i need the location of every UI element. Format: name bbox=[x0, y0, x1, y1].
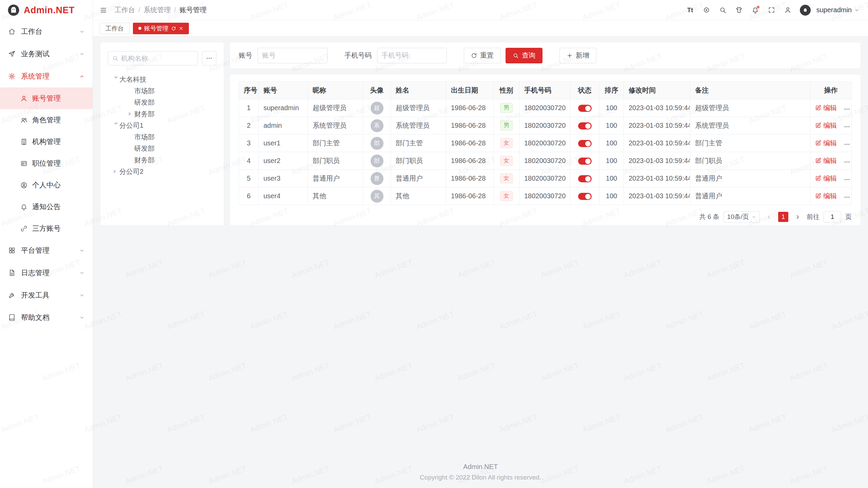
edit-button[interactable]: 编辑 bbox=[815, 174, 837, 183]
edit-button[interactable]: 编辑 bbox=[815, 103, 837, 113]
sidebar-item-label: 开发工具 bbox=[21, 290, 74, 300]
tree-node[interactable]: 财务部 bbox=[108, 108, 216, 120]
cell-gender: 女 bbox=[494, 170, 519, 187]
theme-button[interactable] bbox=[732, 3, 746, 17]
cell-order: 100 bbox=[599, 152, 624, 170]
edit-button[interactable]: 编辑 bbox=[815, 121, 837, 130]
account-table-card: 序号 账号 昵称 头像 姓名 出生日期 性别 手机号码 状态 排序 修改时间 bbox=[230, 74, 861, 226]
cell-account: admin bbox=[259, 117, 308, 135]
tree-node[interactable]: 研发部 bbox=[108, 143, 216, 154]
phone-filter-box bbox=[377, 48, 447, 63]
org-search-input[interactable] bbox=[121, 55, 194, 62]
row-more-button[interactable] bbox=[844, 123, 850, 130]
sidebar-subitem-account-management[interactable]: 账号管理 bbox=[0, 87, 93, 109]
page-number-button[interactable]: 1 bbox=[778, 212, 788, 222]
goto-page-input[interactable] bbox=[824, 211, 841, 223]
logo[interactable]: Admin.NET bbox=[0, 0, 93, 20]
status-toggle[interactable] bbox=[578, 193, 592, 200]
sidebar-subitem-role-management[interactable]: 角色管理 bbox=[0, 109, 93, 131]
sidebar-subitem-personal-center[interactable]: 个人中心 bbox=[0, 174, 93, 196]
cell-phone: 18020030720 bbox=[519, 170, 570, 187]
tree-node[interactable]: 大名科技 bbox=[108, 74, 216, 85]
sidebar-subitem-label: 角色管理 bbox=[32, 115, 84, 125]
goto-unit-label: 页 bbox=[845, 212, 852, 221]
tree-node[interactable]: 分公司1 bbox=[108, 120, 216, 131]
cell-order: 100 bbox=[599, 135, 624, 152]
page-size-select[interactable]: 10条/页 bbox=[724, 211, 760, 223]
edit-button[interactable]: 编辑 bbox=[815, 156, 837, 165]
tree-node[interactable]: 财务部 bbox=[108, 154, 216, 166]
edit-pen-icon bbox=[815, 105, 821, 111]
user-menu[interactable]: superadmin bbox=[816, 6, 859, 14]
status-toggle[interactable] bbox=[578, 158, 592, 165]
phone-filter-input[interactable] bbox=[381, 52, 442, 59]
sidebar-item-log-management[interactable]: 日志管理 bbox=[0, 262, 93, 284]
row-more-button[interactable] bbox=[844, 159, 850, 165]
account-filter-input[interactable] bbox=[262, 52, 323, 59]
row-more-button[interactable] bbox=[844, 141, 850, 148]
hamburger-menu-icon[interactable] bbox=[100, 6, 107, 14]
search-icon bbox=[112, 55, 118, 61]
row-more-button[interactable] bbox=[844, 176, 850, 183]
close-icon[interactable] bbox=[179, 26, 183, 31]
home-icon bbox=[8, 28, 16, 35]
cell-modified-time: 2023-01-03 10:59:44 bbox=[624, 187, 690, 205]
cell-avatar: 其 bbox=[363, 187, 391, 205]
col-nickname: 昵称 bbox=[308, 82, 363, 99]
add-button[interactable]: 新增 bbox=[559, 48, 596, 63]
tab-workbench[interactable]: 工作台 bbox=[100, 23, 130, 34]
sidebar-subitem-notice[interactable]: 通知公告 bbox=[0, 196, 93, 218]
breadcrumb-item[interactable]: 工作台 bbox=[115, 5, 140, 15]
sidebar-item-platform-management[interactable]: 平台管理 bbox=[0, 239, 93, 262]
cell-avatar: 部 bbox=[363, 152, 391, 170]
cell-name: 其他 bbox=[391, 187, 446, 205]
query-button[interactable]: 查询 bbox=[506, 48, 542, 63]
tree-node[interactable]: 分公司2 bbox=[108, 166, 216, 177]
sidebar-item-dev-tools[interactable]: 开发工具 bbox=[0, 284, 93, 306]
font-size-button[interactable]: Tt bbox=[683, 3, 697, 17]
breadcrumb-item[interactable]: 系统管理 bbox=[144, 5, 176, 15]
fullscreen-button[interactable] bbox=[765, 3, 778, 17]
refresh-icon[interactable] bbox=[171, 26, 176, 31]
avatar[interactable] bbox=[800, 5, 811, 16]
search-button[interactable] bbox=[716, 3, 729, 17]
edit-button[interactable]: 编辑 bbox=[815, 191, 837, 201]
org-more-button[interactable] bbox=[202, 51, 216, 65]
cell-order: 100 bbox=[599, 187, 624, 205]
reset-button[interactable]: 重置 bbox=[464, 48, 501, 63]
profile-button[interactable] bbox=[781, 3, 794, 17]
users-icon bbox=[20, 117, 27, 124]
status-toggle[interactable] bbox=[578, 140, 592, 147]
edit-button[interactable]: 编辑 bbox=[815, 139, 837, 148]
header-actions: Tt superadmin bbox=[683, 3, 859, 17]
sidebar-menu: 工作台 业务测试 系统管理 账号管理 角色管理 bbox=[0, 20, 93, 488]
cell-actions: 编辑 bbox=[810, 135, 852, 152]
sidebar-subitem-third-party-account[interactable]: 三方账号 bbox=[0, 218, 93, 239]
search-icon bbox=[719, 6, 726, 14]
sidebar-item-system-management[interactable]: 系统管理 bbox=[0, 65, 93, 87]
sidebar-subitem-position-management[interactable]: 职位管理 bbox=[0, 152, 93, 174]
gender-badge: 女 bbox=[500, 191, 513, 201]
sidebar-item-business-test[interactable]: 业务测试 bbox=[0, 43, 93, 65]
row-more-button[interactable] bbox=[844, 106, 850, 113]
org-search-row bbox=[108, 51, 216, 65]
tab-account-management[interactable]: 账号管理 bbox=[133, 23, 189, 34]
sidebar-subitem-org-management[interactable]: 机构管理 bbox=[0, 131, 93, 152]
prev-page-button[interactable] bbox=[764, 212, 774, 222]
sidebar-item-workbench[interactable]: 工作台 bbox=[0, 20, 93, 43]
notification-button[interactable] bbox=[748, 3, 762, 17]
tree-node[interactable]: 市场部 bbox=[108, 85, 216, 97]
tree-node[interactable]: 研发部 bbox=[108, 97, 216, 108]
next-page-button[interactable] bbox=[792, 212, 803, 222]
chevron-up-icon bbox=[79, 74, 84, 79]
status-toggle[interactable] bbox=[578, 175, 592, 182]
sidebar-item-help-docs[interactable]: 帮助文档 bbox=[0, 306, 93, 329]
cell-status bbox=[570, 152, 599, 170]
row-more-button[interactable] bbox=[844, 194, 850, 201]
locate-button[interactable] bbox=[699, 3, 713, 17]
status-toggle[interactable] bbox=[578, 122, 592, 129]
tree-node[interactable]: 市场部 bbox=[108, 131, 216, 143]
org-tree: 大名科技 市场部 研发部 财务部 分公司1 市场部 研发部 财务部 分公司2 bbox=[108, 74, 216, 177]
search-icon bbox=[513, 53, 519, 59]
status-toggle[interactable] bbox=[578, 105, 592, 112]
